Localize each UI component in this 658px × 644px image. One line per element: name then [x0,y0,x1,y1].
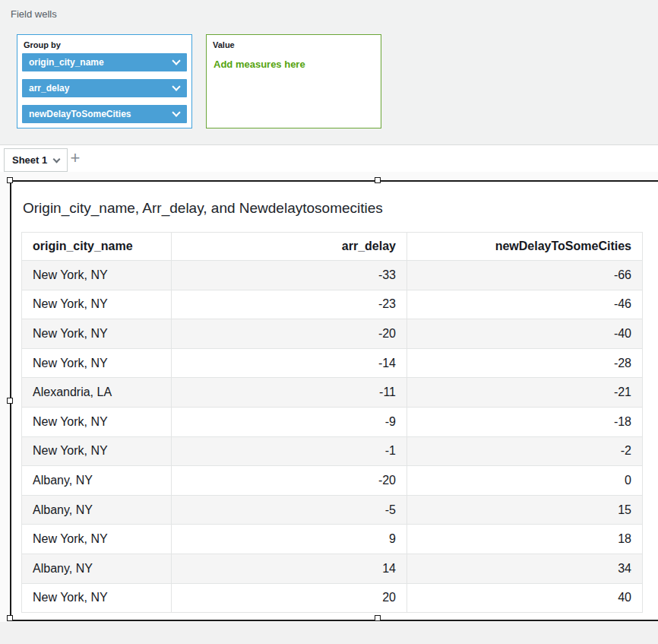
cell-arr-delay[interactable]: 9 [172,525,407,554]
cell-arr-delay[interactable]: -14 [172,348,407,378]
table-row[interactable]: Alexandria, LA-11-21 [22,378,643,408]
cell-origin-city-name[interactable]: Alexandria, LA [22,378,172,408]
cell-new-delay-to-some-cities[interactable]: 0 [407,466,643,496]
add-measures-hint: Add measures here [214,59,305,70]
chevron-down-icon[interactable] [172,82,180,90]
table-visual[interactable]: Origin_city_name, Arr_delay, and Newdela… [10,180,658,621]
cell-origin-city-name[interactable]: New York, NY [22,290,172,319]
cell-new-delay-to-some-cities[interactable]: -40 [407,319,643,349]
table-row[interactable]: New York, NY-1-2 [22,436,643,466]
resize-handle-top-center[interactable] [375,177,381,183]
sheet-tab-bar: Sheet 1 + [0,146,658,172]
sheet-canvas: Origin_city_name, Arr_delay, and Newdela… [0,172,658,644]
column-header-arr-delay[interactable]: arr_delay [172,233,407,261]
table-row[interactable]: Albany, NY-515 [22,495,643,525]
cell-new-delay-to-some-cities[interactable]: -2 [407,436,643,466]
cell-arr-delay[interactable]: -5 [172,495,407,525]
cell-arr-delay[interactable]: -23 [172,290,407,319]
cell-origin-city-name[interactable]: New York, NY [22,436,172,466]
field-pill-new-delay-to-some-cities[interactable]: newDelayToSomeCities [22,105,187,123]
field-wells-panel: Field wells Group by origin_city_name ar… [0,0,658,145]
table-row[interactable]: New York, NY-14-28 [22,348,643,378]
table-row[interactable]: Albany, NY-200 [22,466,643,496]
column-header-origin-city-name[interactable]: origin_city_name [22,233,172,261]
table-row[interactable]: New York, NY-20-40 [22,319,643,349]
table-row[interactable]: New York, NY-9-18 [22,407,643,436]
field-pill-label: origin_city_name [29,57,104,68]
cell-arr-delay[interactable]: 14 [172,554,407,583]
cell-new-delay-to-some-cities[interactable]: 40 [407,583,643,613]
table-row[interactable]: New York, NY918 [22,525,643,554]
cell-origin-city-name[interactable]: Albany, NY [22,554,172,583]
cell-origin-city-name[interactable]: New York, NY [22,348,172,378]
cell-arr-delay[interactable]: -9 [172,407,407,436]
resize-handle-bottom-center[interactable] [375,615,381,621]
cell-new-delay-to-some-cities[interactable]: 34 [407,554,643,583]
cell-arr-delay[interactable]: -1 [172,436,407,466]
cell-arr-delay[interactable]: 20 [172,583,407,613]
cell-new-delay-to-some-cities[interactable]: -66 [407,261,643,290]
column-header-new-delay-to-some-cities[interactable]: newDelayToSomeCities [407,233,643,261]
field-wells-label[interactable]: Field wells [11,8,57,20]
canvas-bottom-strip [0,622,658,644]
table-container: origin_city_name arr_delay newDelayToSom… [21,232,643,613]
cell-arr-delay[interactable]: -11 [172,378,407,408]
table-header-row: origin_city_name arr_delay newDelayToSom… [22,233,643,261]
cell-origin-city-name[interactable]: New York, NY [22,583,172,613]
data-table: origin_city_name arr_delay newDelayToSom… [21,232,643,613]
group-by-well[interactable]: Group by origin_city_name arr_delay newD… [17,34,192,128]
visual-title[interactable]: Origin_city_name, Arr_delay, and Newdela… [23,200,383,217]
add-sheet-button[interactable]: + [65,147,85,170]
resize-handle-top-left[interactable] [7,177,13,183]
cell-new-delay-to-some-cities[interactable]: 15 [407,495,643,525]
table-body: New York, NY-33-66New York, NY-23-46New … [22,261,643,613]
chevron-down-icon[interactable] [172,108,180,116]
group-by-label: Group by [24,40,61,49]
cell-origin-city-name[interactable]: New York, NY [22,319,172,349]
cell-new-delay-to-some-cities[interactable]: -18 [407,407,643,436]
field-pill-label: newDelayToSomeCities [29,109,131,119]
cell-new-delay-to-some-cities[interactable]: -21 [407,378,643,408]
value-well[interactable]: Value Add measures here [206,34,381,128]
resize-handle-bottom-left[interactable] [7,615,13,621]
cell-new-delay-to-some-cities[interactable]: 18 [407,525,643,554]
table-row[interactable]: New York, NY-23-46 [22,290,643,319]
table-row[interactable]: Albany, NY1434 [22,554,643,583]
sheet-tab-label: Sheet 1 [12,154,47,166]
cell-arr-delay[interactable]: -33 [172,261,407,290]
table-row[interactable]: New York, NY2040 [22,583,643,613]
field-pill-arr-delay[interactable]: arr_delay [22,79,187,97]
chevron-down-icon[interactable] [172,56,180,65]
resize-handle-middle-left[interactable] [7,398,13,404]
value-label: Value [213,40,235,49]
cell-new-delay-to-some-cities[interactable]: -46 [407,290,643,319]
cell-arr-delay[interactable]: -20 [172,319,407,349]
field-pill-origin-city-name[interactable]: origin_city_name [22,53,187,71]
chevron-down-icon[interactable] [53,155,61,163]
cell-origin-city-name[interactable]: Albany, NY [22,495,172,525]
field-pill-label: arr_delay [29,83,69,94]
cell-origin-city-name[interactable]: New York, NY [22,407,172,436]
table-row[interactable]: New York, NY-33-66 [22,261,643,290]
cell-origin-city-name[interactable]: New York, NY [22,525,172,554]
cell-arr-delay[interactable]: -20 [172,466,407,496]
cell-new-delay-to-some-cities[interactable]: -28 [407,348,643,378]
tab-sheet-1[interactable]: Sheet 1 [4,148,68,172]
cell-origin-city-name[interactable]: Albany, NY [22,466,172,496]
cell-origin-city-name[interactable]: New York, NY [22,261,172,290]
